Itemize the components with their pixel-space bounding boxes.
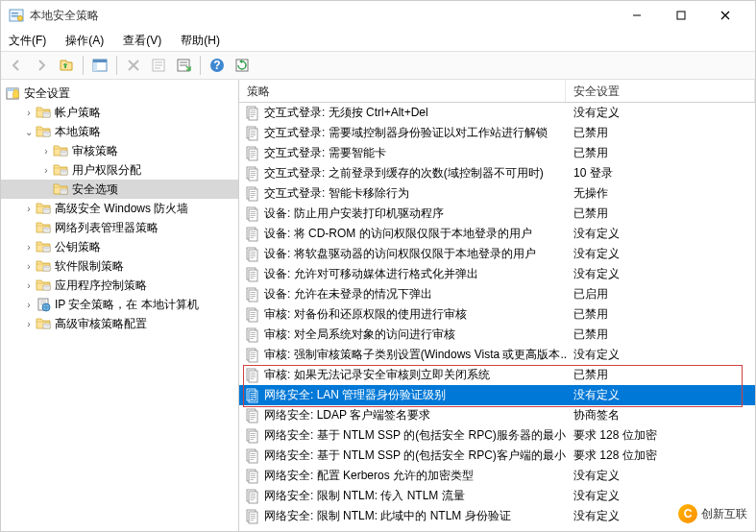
watermark-text: 创新互联 bbox=[701, 506, 747, 522]
policy-setting: 没有定义 bbox=[566, 468, 755, 484]
policy-name: 交互式登录: 需要域控制器身份验证以对工作站进行解锁 bbox=[264, 125, 548, 141]
svg-rect-49 bbox=[43, 266, 50, 271]
expand-icon[interactable]: › bbox=[22, 242, 36, 253]
policy-name: 设备: 将 CD-ROM 的访问权限仅限于本地登录的用户 bbox=[264, 226, 532, 242]
policy-row[interactable]: 网络安全: 基于 NTLM SSP 的(包括安全 RPC)服务器的最小...要求… bbox=[239, 425, 755, 446]
policy-icon bbox=[245, 287, 260, 302]
expand-icon[interactable]: › bbox=[22, 204, 36, 214]
tree-item[interactable]: ⌄本地策略 bbox=[1, 122, 238, 141]
tree-item[interactable]: ›应用程序控制策略 bbox=[1, 276, 238, 295]
tree-item[interactable]: ›审核策略 bbox=[1, 141, 238, 160]
policy-name: 设备: 防止用户安装打印机驱动程序 bbox=[264, 206, 444, 222]
policy-row[interactable]: 网络安全: 基于 NTLM SSP 的(包括安全 RPC)客户端的最小...要求… bbox=[239, 446, 755, 466]
tree-item[interactable]: ›用户权限分配 bbox=[1, 160, 238, 180]
menu-help[interactable]: 帮助(H) bbox=[177, 31, 224, 51]
policy-setting: 没有定义 bbox=[566, 488, 755, 504]
policy-row[interactable]: 审核: 强制审核策略子类别设置(Windows Vista 或更高版本...没有… bbox=[239, 345, 755, 365]
policy-setting: 没有定义 bbox=[566, 387, 755, 403]
tree-item[interactable]: ›软件限制策略 bbox=[1, 256, 238, 276]
policy-row[interactable]: 审核: 对全局系统对象的访问进行审核已禁用 bbox=[239, 325, 755, 345]
tree-root[interactable]: 安全设置 bbox=[1, 84, 238, 103]
refresh-button[interactable] bbox=[231, 54, 254, 77]
policy-row[interactable]: 交互式登录: 需要域控制器身份验证以对工作站进行解锁已禁用 bbox=[239, 123, 755, 143]
policy-name: 交互式登录: 智能卡移除行为 bbox=[264, 185, 409, 202]
column-setting[interactable]: 安全设置 bbox=[566, 80, 755, 102]
policy-name: 网络安全: 配置 Kerberos 允许的加密类型 bbox=[264, 468, 474, 484]
tree-item-label: 高级审核策略配置 bbox=[55, 316, 147, 332]
tree-item[interactable]: ›高级安全 Windows 防火墙 bbox=[1, 199, 238, 218]
policy-row[interactable]: 网络安全: LAN 管理器身份验证级别没有定义 bbox=[239, 385, 755, 405]
collapse-icon[interactable]: ⌄ bbox=[22, 127, 36, 137]
svg-rect-121 bbox=[249, 310, 257, 322]
policy-setting: 10 登录 bbox=[566, 165, 755, 181]
tree-item[interactable]: ›公钥策略 bbox=[1, 237, 238, 256]
forward-button[interactable] bbox=[30, 54, 53, 77]
svg-rect-157 bbox=[249, 431, 257, 443]
policy-row[interactable]: 交互式登录: 无须按 Ctrl+Alt+Del没有定义 bbox=[239, 103, 755, 123]
folder-icon bbox=[36, 278, 51, 293]
policy-name: 网络安全: 基于 NTLM SSP 的(包括安全 RPC)服务器的最小... bbox=[264, 427, 566, 444]
policy-row[interactable]: 网络安全: 限制 NTLM: 传入 NTLM 流量没有定义 bbox=[239, 486, 755, 506]
expand-icon[interactable]: › bbox=[39, 165, 53, 176]
svg-rect-28 bbox=[43, 132, 50, 136]
policy-name: 网络安全: 限制 NTLM: 此域中的 NTLM 身份验证 bbox=[264, 508, 511, 524]
policy-row[interactable]: 交互式登录: 智能卡移除行为无操作 bbox=[239, 183, 755, 204]
policy-row[interactable]: 审核: 对备份和还原权限的使用进行审核已禁用 bbox=[239, 304, 755, 325]
maximize-button[interactable] bbox=[659, 2, 703, 29]
policy-icon bbox=[245, 186, 260, 202]
policy-row[interactable]: 审核: 如果无法记录安全审核则立即关闭系统已禁用 bbox=[239, 365, 755, 385]
expand-icon[interactable]: › bbox=[39, 146, 53, 157]
svg-rect-139 bbox=[249, 371, 257, 382]
help-button[interactable]: ? bbox=[206, 54, 229, 77]
back-button[interactable] bbox=[5, 54, 28, 77]
tree-item[interactable]: 网络列表管理器策略 bbox=[1, 218, 238, 237]
policy-row[interactable]: 设备: 将 CD-ROM 的访问权限仅限于本地登录的用户没有定义 bbox=[239, 224, 755, 244]
policy-row[interactable]: 交互式登录: 之前登录到缓存的次数(域控制器不可用时)10 登录 bbox=[239, 163, 755, 183]
expand-icon[interactable]: › bbox=[22, 108, 36, 118]
tree-item[interactable]: 安全选项 bbox=[1, 180, 238, 199]
menu-file[interactable]: 文件(F) bbox=[5, 31, 50, 51]
policy-setting: 没有定义 bbox=[566, 246, 755, 262]
svg-rect-97 bbox=[249, 230, 257, 241]
tree-pane[interactable]: 安全设置 ›帐户策略⌄本地策略›审核策略›用户权限分配安全选项›高级安全 Win… bbox=[1, 80, 239, 531]
policy-row[interactable]: 设备: 允许在未登录的情况下弹出已启用 bbox=[239, 284, 755, 304]
toolbar: ? bbox=[1, 51, 755, 80]
expand-icon[interactable]: › bbox=[22, 300, 36, 310]
properties-button[interactable] bbox=[147, 54, 170, 77]
policy-row[interactable]: 交互式登录: 需要智能卡已禁用 bbox=[239, 143, 755, 163]
policy-row[interactable]: 网络安全: 配置 Kerberos 允许的加密类型没有定义 bbox=[239, 466, 755, 486]
tree-item[interactable]: ›帐户策略 bbox=[1, 103, 238, 122]
policy-row[interactable]: 网络安全: LDAP 客户端签名要求协商签名 bbox=[239, 405, 755, 425]
policy-name: 交互式登录: 需要智能卡 bbox=[264, 145, 386, 161]
policy-icon bbox=[245, 448, 260, 464]
policy-row[interactable]: 设备: 允许对可移动媒体进行格式化并弹出没有定义 bbox=[239, 264, 755, 284]
tree-item-label: 网络列表管理器策略 bbox=[55, 220, 159, 236]
expand-icon[interactable]: › bbox=[22, 319, 36, 329]
list-pane[interactable]: 策略 安全设置 交互式登录: 无须按 Ctrl+Alt+Del没有定义交互式登录… bbox=[239, 80, 755, 531]
policy-setting: 要求 128 位加密 bbox=[566, 427, 755, 444]
export-button[interactable] bbox=[172, 54, 195, 77]
show-hide-tree-button[interactable] bbox=[88, 54, 111, 77]
menu-view[interactable]: 查看(V) bbox=[119, 31, 165, 51]
tree-item[interactable]: ›高级审核策略配置 bbox=[1, 314, 238, 333]
svg-point-3 bbox=[18, 16, 23, 21]
tree-item-label: 帐户策略 bbox=[55, 105, 101, 121]
expand-icon[interactable]: › bbox=[22, 261, 36, 272]
expand-icon[interactable]: › bbox=[22, 280, 36, 291]
up-button[interactable] bbox=[55, 54, 78, 77]
app-icon bbox=[9, 8, 24, 23]
minimize-button[interactable] bbox=[615, 2, 659, 29]
svg-rect-103 bbox=[249, 250, 257, 261]
policy-row[interactable]: 设备: 将软盘驱动器的访问权限仅限于本地登录的用户没有定义 bbox=[239, 244, 755, 264]
column-policy[interactable]: 策略 bbox=[239, 80, 566, 102]
policy-name: 审核: 如果无法记录安全审核则立即关闭系统 bbox=[264, 367, 490, 383]
tree-item[interactable]: ›IP 安全策略，在 本地计算机 bbox=[1, 295, 238, 314]
svg-rect-73 bbox=[249, 149, 257, 160]
tree-item-label: 软件限制策略 bbox=[55, 258, 124, 275]
close-button[interactable] bbox=[703, 2, 747, 29]
policy-row[interactable]: 设备: 防止用户安装打印机驱动程序已禁用 bbox=[239, 204, 755, 224]
menu-action[interactable]: 操作(A) bbox=[61, 31, 108, 51]
delete-button[interactable] bbox=[122, 54, 145, 77]
globe-icon bbox=[36, 297, 51, 312]
policy-icon bbox=[245, 166, 260, 181]
